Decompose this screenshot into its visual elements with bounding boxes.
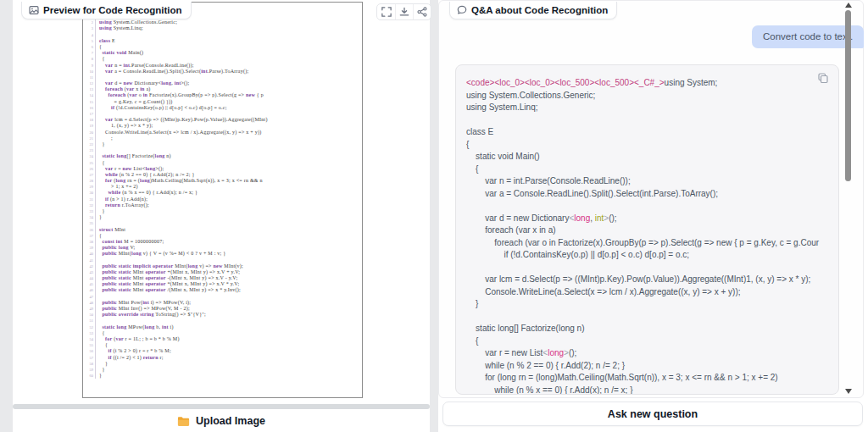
left-panel-label-text: Preview for Code Recognition xyxy=(43,5,182,15)
copy-icon xyxy=(817,72,831,84)
panel-gap-strip xyxy=(430,0,438,432)
left-panel-label: Preview for Code Recognition xyxy=(21,2,192,19)
right-panel-label-text: Q&A about Code Recognition xyxy=(471,5,608,15)
chat-scrollbar[interactable] xyxy=(843,0,854,398)
share-icon xyxy=(417,7,427,17)
scroll-down-arrow[interactable] xyxy=(845,389,852,394)
fullscreen-icon xyxy=(381,7,392,17)
upload-image-button[interactable]: Upload Image xyxy=(13,410,430,432)
scroll-up-arrow[interactable] xyxy=(845,3,852,8)
share-button[interactable] xyxy=(413,4,431,19)
download-icon xyxy=(399,7,409,17)
scrollbar-thumb[interactable] xyxy=(845,10,851,181)
right-panel-label: Q&A about Code Recognition xyxy=(449,2,617,19)
copy-button[interactable] xyxy=(817,71,831,85)
ask-new-question-button[interactable]: Ask new question xyxy=(442,402,863,426)
code-image-listing: 1using System;2using System.Collections.… xyxy=(83,3,362,379)
download-button[interactable] xyxy=(395,4,413,19)
image-toolbar xyxy=(376,3,431,20)
app-window: 1using System;2using System.Collections.… xyxy=(0,0,868,432)
upload-image-label: Upload Image xyxy=(196,415,265,427)
left-edge-strip xyxy=(0,0,13,432)
bot-code-block: <code><loc_0><loc_0><loc_500><loc_500><_… xyxy=(455,64,839,395)
chat-icon xyxy=(457,5,467,15)
bot-code-text: <code><loc_0><loc_0><loc_500><loc_500><_… xyxy=(456,65,838,395)
code-preview-image: 1using System;2using System.Collections.… xyxy=(82,2,363,398)
image-icon xyxy=(29,5,39,15)
folder-icon xyxy=(177,416,190,427)
fullscreen-button[interactable] xyxy=(377,4,395,19)
horizontal-scrollbar[interactable] xyxy=(13,404,430,409)
